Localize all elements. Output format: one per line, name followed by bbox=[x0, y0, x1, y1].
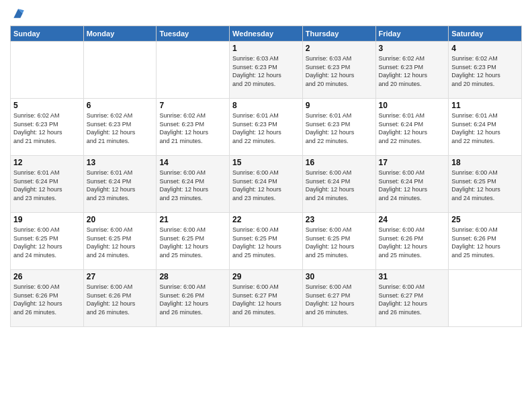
calendar-cell: 12Sunrise: 6:01 AM Sunset: 6:24 PM Dayli… bbox=[11, 156, 84, 213]
day-info: Sunrise: 6:00 AM Sunset: 6:26 PM Dayligh… bbox=[13, 283, 81, 316]
calendar-cell: 16Sunrise: 6:00 AM Sunset: 6:24 PM Dayli… bbox=[302, 156, 375, 213]
calendar-cell bbox=[83, 42, 157, 99]
calendar-header-monday: Monday bbox=[83, 26, 157, 42]
calendar-header-sunday: Sunday bbox=[11, 26, 84, 42]
day-info: Sunrise: 6:01 AM Sunset: 6:24 PM Dayligh… bbox=[451, 111, 519, 145]
day-number: 27 bbox=[87, 272, 154, 281]
day-number: 18 bbox=[451, 158, 519, 167]
day-info: Sunrise: 6:00 AM Sunset: 6:27 PM Dayligh… bbox=[232, 283, 300, 316]
day-info: Sunrise: 6:03 AM Sunset: 6:23 PM Dayligh… bbox=[306, 54, 373, 88]
day-info: Sunrise: 6:00 AM Sunset: 6:25 PM Dayligh… bbox=[306, 226, 373, 259]
day-info: Sunrise: 6:00 AM Sunset: 6:25 PM Dayligh… bbox=[87, 226, 154, 259]
day-info: Sunrise: 6:00 AM Sunset: 6:24 PM Dayligh… bbox=[232, 169, 300, 202]
day-info: Sunrise: 6:00 AM Sunset: 6:26 PM Dayligh… bbox=[87, 283, 154, 316]
header bbox=[10, 7, 522, 20]
calendar-cell: 22Sunrise: 6:00 AM Sunset: 6:25 PM Dayli… bbox=[230, 213, 303, 270]
day-number: 17 bbox=[379, 158, 446, 167]
calendar-cell: 24Sunrise: 6:00 AM Sunset: 6:26 PM Dayli… bbox=[375, 213, 449, 270]
calendar-cell: 27Sunrise: 6:00 AM Sunset: 6:26 PM Dayli… bbox=[83, 270, 157, 327]
calendar-table: SundayMondayTuesdayWednesdayThursdayFrid… bbox=[10, 26, 522, 327]
calendar-week-1: 1Sunrise: 6:03 AM Sunset: 6:23 PM Daylig… bbox=[11, 42, 522, 99]
calendar-header-thursday: Thursday bbox=[302, 26, 375, 42]
day-number: 9 bbox=[306, 101, 373, 110]
calendar-cell: 30Sunrise: 6:00 AM Sunset: 6:27 PM Dayli… bbox=[302, 270, 375, 327]
calendar-cell: 8Sunrise: 6:01 AM Sunset: 6:23 PM Daylig… bbox=[230, 99, 303, 156]
day-number: 7 bbox=[159, 101, 226, 110]
logo bbox=[10, 7, 25, 20]
day-number: 12 bbox=[13, 158, 81, 167]
day-info: Sunrise: 6:00 AM Sunset: 6:24 PM Dayligh… bbox=[379, 169, 446, 202]
day-info: Sunrise: 6:00 AM Sunset: 6:26 PM Dayligh… bbox=[379, 226, 446, 259]
day-number: 31 bbox=[379, 272, 446, 281]
calendar-cell: 10Sunrise: 6:01 AM Sunset: 6:24 PM Dayli… bbox=[375, 99, 449, 156]
day-number: 20 bbox=[87, 215, 154, 224]
day-info: Sunrise: 6:00 AM Sunset: 6:24 PM Dayligh… bbox=[159, 169, 226, 202]
day-number: 30 bbox=[306, 272, 373, 281]
calendar-cell: 25Sunrise: 6:00 AM Sunset: 6:26 PM Dayli… bbox=[449, 213, 522, 270]
calendar-cell bbox=[157, 42, 230, 99]
calendar-week-5: 26Sunrise: 6:00 AM Sunset: 6:26 PM Dayli… bbox=[11, 270, 522, 327]
calendar-cell: 15Sunrise: 6:00 AM Sunset: 6:24 PM Dayli… bbox=[230, 156, 303, 213]
day-number: 15 bbox=[232, 158, 300, 167]
day-number: 2 bbox=[306, 44, 373, 53]
day-number: 22 bbox=[232, 215, 300, 224]
calendar-week-2: 5Sunrise: 6:02 AM Sunset: 6:23 PM Daylig… bbox=[11, 99, 522, 156]
day-info: Sunrise: 6:01 AM Sunset: 6:23 PM Dayligh… bbox=[306, 111, 373, 145]
calendar-cell: 11Sunrise: 6:01 AM Sunset: 6:24 PM Dayli… bbox=[449, 99, 522, 156]
calendar-cell: 18Sunrise: 6:00 AM Sunset: 6:25 PM Dayli… bbox=[449, 156, 522, 213]
day-info: Sunrise: 6:01 AM Sunset: 6:24 PM Dayligh… bbox=[87, 169, 154, 202]
day-number: 5 bbox=[13, 101, 81, 110]
calendar-cell: 23Sunrise: 6:00 AM Sunset: 6:25 PM Dayli… bbox=[302, 213, 375, 270]
calendar-cell bbox=[11, 42, 84, 99]
day-info: Sunrise: 6:00 AM Sunset: 6:26 PM Dayligh… bbox=[159, 283, 226, 316]
day-number: 28 bbox=[159, 272, 226, 281]
calendar-cell: 9Sunrise: 6:01 AM Sunset: 6:23 PM Daylig… bbox=[302, 99, 375, 156]
calendar-header-tuesday: Tuesday bbox=[157, 26, 230, 42]
day-info: Sunrise: 6:01 AM Sunset: 6:23 PM Dayligh… bbox=[232, 111, 300, 145]
day-number: 25 bbox=[451, 215, 519, 224]
calendar-cell: 7Sunrise: 6:02 AM Sunset: 6:23 PM Daylig… bbox=[157, 99, 230, 156]
day-number: 11 bbox=[451, 101, 519, 110]
day-info: Sunrise: 6:00 AM Sunset: 6:24 PM Dayligh… bbox=[306, 169, 373, 202]
calendar-cell: 4Sunrise: 6:02 AM Sunset: 6:23 PM Daylig… bbox=[449, 42, 522, 99]
calendar-cell: 19Sunrise: 6:00 AM Sunset: 6:25 PM Dayli… bbox=[11, 213, 84, 270]
day-number: 19 bbox=[13, 215, 81, 224]
calendar-cell: 28Sunrise: 6:00 AM Sunset: 6:26 PM Dayli… bbox=[157, 270, 230, 327]
day-info: Sunrise: 6:00 AM Sunset: 6:25 PM Dayligh… bbox=[13, 226, 81, 259]
page: SundayMondayTuesdayWednesdayThursdayFrid… bbox=[0, 0, 532, 411]
day-info: Sunrise: 6:01 AM Sunset: 6:24 PM Dayligh… bbox=[379, 111, 446, 145]
calendar-cell: 13Sunrise: 6:01 AM Sunset: 6:24 PM Dayli… bbox=[83, 156, 157, 213]
day-info: Sunrise: 6:00 AM Sunset: 6:25 PM Dayligh… bbox=[159, 226, 226, 259]
day-number: 3 bbox=[379, 44, 446, 53]
calendar-week-3: 12Sunrise: 6:01 AM Sunset: 6:24 PM Dayli… bbox=[11, 156, 522, 213]
day-number: 6 bbox=[87, 101, 154, 110]
day-info: Sunrise: 6:03 AM Sunset: 6:23 PM Dayligh… bbox=[232, 54, 300, 88]
day-info: Sunrise: 6:01 AM Sunset: 6:24 PM Dayligh… bbox=[13, 169, 81, 202]
day-number: 23 bbox=[306, 215, 373, 224]
day-number: 21 bbox=[159, 215, 226, 224]
calendar-header-wednesday: Wednesday bbox=[230, 26, 303, 42]
day-info: Sunrise: 6:02 AM Sunset: 6:23 PM Dayligh… bbox=[13, 111, 81, 145]
day-number: 1 bbox=[232, 44, 300, 53]
calendar-cell: 29Sunrise: 6:00 AM Sunset: 6:27 PM Dayli… bbox=[230, 270, 303, 327]
day-number: 16 bbox=[306, 158, 373, 167]
day-info: Sunrise: 6:02 AM Sunset: 6:23 PM Dayligh… bbox=[379, 54, 446, 88]
calendar-cell: 3Sunrise: 6:02 AM Sunset: 6:23 PM Daylig… bbox=[375, 42, 449, 99]
calendar-cell: 21Sunrise: 6:00 AM Sunset: 6:25 PM Dayli… bbox=[157, 213, 230, 270]
day-number: 8 bbox=[232, 101, 300, 110]
calendar-cell: 2Sunrise: 6:03 AM Sunset: 6:23 PM Daylig… bbox=[302, 42, 375, 99]
day-number: 24 bbox=[379, 215, 446, 224]
day-number: 29 bbox=[232, 272, 300, 281]
day-info: Sunrise: 6:00 AM Sunset: 6:27 PM Dayligh… bbox=[306, 283, 373, 316]
day-number: 14 bbox=[159, 158, 226, 167]
day-info: Sunrise: 6:00 AM Sunset: 6:25 PM Dayligh… bbox=[232, 226, 300, 259]
calendar-cell: 31Sunrise: 6:00 AM Sunset: 6:27 PM Dayli… bbox=[375, 270, 449, 327]
day-info: Sunrise: 6:00 AM Sunset: 6:27 PM Dayligh… bbox=[379, 283, 446, 316]
calendar-week-4: 19Sunrise: 6:00 AM Sunset: 6:25 PM Dayli… bbox=[11, 213, 522, 270]
calendar-header-row: SundayMondayTuesdayWednesdayThursdayFrid… bbox=[11, 26, 522, 42]
day-number: 26 bbox=[13, 272, 81, 281]
calendar-cell: 20Sunrise: 6:00 AM Sunset: 6:25 PM Dayli… bbox=[83, 213, 157, 270]
calendar-cell bbox=[449, 270, 522, 327]
calendar-cell: 5Sunrise: 6:02 AM Sunset: 6:23 PM Daylig… bbox=[11, 99, 84, 156]
day-number: 4 bbox=[451, 44, 519, 53]
